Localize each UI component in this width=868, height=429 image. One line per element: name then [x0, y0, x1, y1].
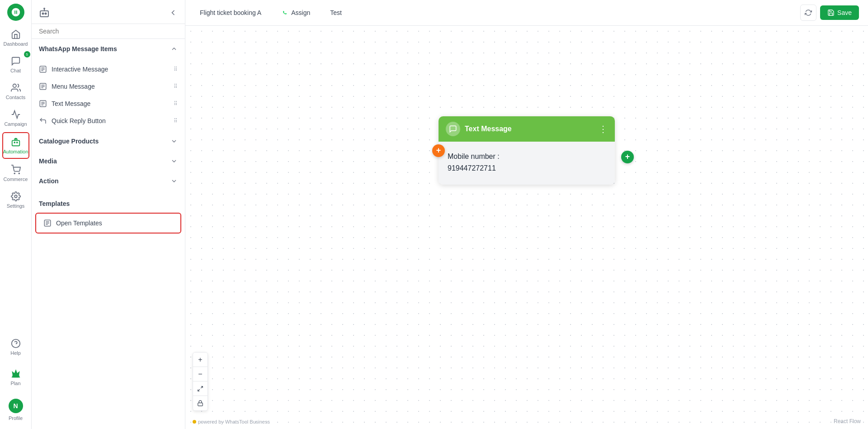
section-whatsapp: WhatsApp Message Items Interactive Messa… — [32, 39, 185, 131]
tab-label-assign: Assign — [291, 9, 310, 16]
open-templates-button[interactable]: Open Templates — [35, 213, 181, 234]
section-header-whatsapp[interactable]: WhatsApp Message Items — [32, 39, 185, 59]
svg-rect-1 — [12, 140, 19, 146]
nav-label-plan: Plan — [10, 381, 20, 386]
section-header-media[interactable]: Media — [32, 151, 185, 171]
section-header-action[interactable]: Action — [32, 171, 185, 191]
section-label-media: Media — [39, 157, 57, 165]
drag-handle-icon-4: ⠿ — [174, 118, 178, 124]
tab-label-test: Test — [330, 9, 342, 16]
node-header: Text Message ⋮ — [439, 116, 615, 142]
text-doc-icon — [39, 100, 47, 108]
nav-item-settings[interactable]: Settings — [2, 187, 29, 212]
nav-label-help: Help — [10, 350, 21, 356]
svg-rect-12 — [40, 11, 48, 17]
nav-label-settings: Settings — [7, 203, 25, 209]
react-flow-label: React Flow — [834, 418, 861, 424]
tab-test[interactable]: Test — [325, 6, 347, 19]
contacts-icon — [10, 82, 21, 93]
chevron-down-icon-2 — [170, 157, 178, 165]
nav-item-plan[interactable]: Plan — [2, 365, 29, 390]
sidebar-item-text-message[interactable]: Text Message ⠿ — [32, 95, 185, 112]
tab-assign[interactable]: Assign — [276, 6, 316, 19]
nav-label-dashboard: Dashboard — [4, 41, 28, 47]
tab-flight-ticket[interactable]: Flight ticket booking A — [194, 6, 267, 19]
message-icon — [449, 125, 457, 133]
item-label-text-message: Text Message — [52, 100, 90, 107]
nav-item-commerce[interactable]: Commerce — [2, 161, 29, 186]
nav-item-automation[interactable]: Automation — [2, 132, 29, 159]
templates-section: Templates Open Templates — [32, 191, 185, 241]
top-bar: Flight ticket booking A Assign Test — [185, 0, 868, 26]
open-templates-label: Open Templates — [56, 219, 102, 227]
sidebar-item-menu-message[interactable]: Menu Message ⠿ — [32, 78, 185, 95]
menu-doc-icon — [39, 82, 47, 91]
svg-point-15 — [44, 8, 45, 9]
node-menu-button[interactable]: ⋮ — [599, 124, 608, 133]
svg-point-14 — [45, 13, 47, 14]
avatar: N — [9, 399, 23, 413]
templates-label: Templates — [32, 196, 185, 211]
sidebar-item-interactive-message[interactable]: Interactive Message ⠿ — [32, 61, 185, 78]
refresh-icon — [805, 9, 812, 16]
powered-dot — [193, 420, 196, 424]
whatsapp-items-list: Interactive Message ⠿ Menu Message ⠿ — [32, 59, 185, 131]
reply-icon — [39, 117, 47, 125]
node-card: Text Message ⋮ Mobile number : 919447272… — [439, 116, 615, 185]
nav-item-campaign[interactable]: Campaign — [2, 105, 29, 130]
cart-icon — [10, 164, 21, 175]
powered-by: powered by WhatsTool Business — [193, 419, 270, 424]
svg-rect-34 — [198, 403, 203, 405]
save-label: Save — [837, 9, 852, 16]
svg-point-4 — [14, 142, 15, 143]
svg-point-6 — [14, 173, 15, 174]
node-icon-circle — [446, 122, 460, 136]
app-logo[interactable] — [7, 4, 24, 21]
svg-line-33 — [198, 389, 200, 391]
doc-icon — [39, 65, 47, 73]
settings-icon — [10, 191, 21, 202]
fit-view-button[interactable] — [193, 381, 208, 396]
connector-right[interactable]: + — [621, 151, 634, 163]
chat-badge: 5 — [24, 51, 30, 57]
svg-point-0 — [13, 84, 16, 87]
nav-label-automation: Automation — [3, 149, 28, 154]
svg-point-13 — [42, 13, 44, 14]
svg-line-32 — [201, 386, 203, 388]
nav-item-help[interactable]: Help — [2, 334, 29, 359]
search-input[interactable] — [32, 24, 185, 39]
zoom-in-button[interactable]: + — [193, 353, 208, 367]
profile-label: Profile — [9, 415, 23, 421]
bot-icon — [10, 137, 21, 148]
section-header-catalogue[interactable]: Catalogue Products — [32, 131, 185, 151]
lock-button[interactable] — [193, 396, 208, 410]
nav-item-chat[interactable]: 5 Chat — [2, 52, 29, 77]
powered-by-text: powered by WhatsTool Business — [198, 419, 270, 424]
sidebar-item-quick-reply[interactable]: Quick Reply Button ⠿ — [32, 112, 185, 129]
crown-icon — [10, 368, 21, 379]
save-button[interactable]: Save — [820, 5, 859, 20]
svg-marker-11 — [12, 371, 19, 377]
nav-item-profile[interactable]: N Profile — [2, 395, 29, 424]
svg-point-7 — [19, 173, 19, 174]
home-icon — [10, 29, 21, 40]
section-catalogue: Catalogue Products — [32, 131, 185, 151]
drag-handle-icon-2: ⠿ — [174, 83, 178, 90]
back-button[interactable] — [169, 8, 178, 19]
zoom-out-button[interactable]: − — [193, 367, 208, 381]
node-body-text: Mobile number : 919447272711 — [448, 151, 606, 174]
node-body: Mobile number : 919447272711 — [439, 142, 615, 185]
item-label-quick-reply: Quick Reply Button — [52, 117, 106, 124]
connector-left[interactable]: + — [432, 144, 445, 157]
fit-icon — [197, 386, 203, 392]
item-label-menu-message: Menu Message — [52, 83, 95, 90]
nav-label-campaign: Campaign — [4, 121, 27, 127]
section-media: Media — [32, 151, 185, 171]
nav-item-contacts[interactable]: Contacts — [2, 79, 29, 104]
refresh-button[interactable] — [800, 5, 816, 21]
zoom-controls: + − — [193, 352, 208, 411]
lock-icon — [197, 400, 203, 406]
tab-label-flight: Flight ticket booking A — [200, 9, 261, 16]
nav-item-dashboard[interactable]: Dashboard — [2, 25, 29, 50]
template-doc-icon — [43, 219, 52, 227]
